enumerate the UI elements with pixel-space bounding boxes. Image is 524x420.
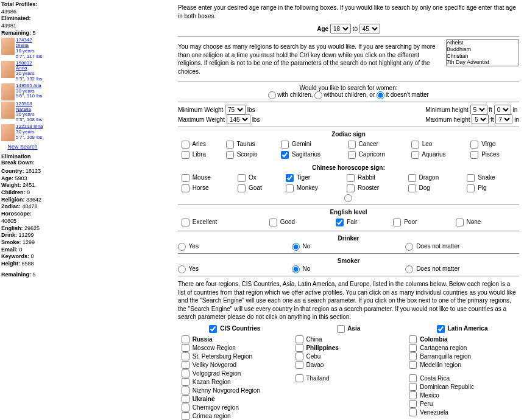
good-checkbox[interactable] <box>269 219 277 226</box>
drinker-no-radio[interactable] <box>292 243 300 251</box>
nizhny-novgorod-region-checkbox[interactable] <box>182 387 189 394</box>
costa-rica-checkbox[interactable] <box>409 374 417 382</box>
religion-select[interactable]: AtheistBuddhismChristian7th Day Adventis… <box>446 39 519 66</box>
philippines-checkbox[interactable] <box>296 344 303 352</box>
ox-checkbox[interactable] <box>238 174 246 182</box>
smoker-dnm-radio[interactable] <box>405 265 413 273</box>
excellent-checkbox[interactable] <box>182 219 189 226</box>
min-weight-select[interactable]: 75 <box>225 105 246 114</box>
religion-select-box: AtheistBuddhismChristian7th Day Adventis… <box>446 39 519 66</box>
cartagena-region-checkbox[interactable] <box>409 344 417 352</box>
virgo-checkbox[interactable] <box>470 141 478 149</box>
snake-checkbox[interactable] <box>467 174 475 182</box>
monkey-checkbox[interactable] <box>286 184 294 192</box>
thailand-checkbox[interactable] <box>296 374 303 382</box>
libra-checkbox[interactable] <box>182 151 189 159</box>
asia-column: Asia China Philippines Cebu Davao Thaila… <box>292 325 406 421</box>
dragon-checkbox[interactable] <box>408 174 416 182</box>
profile-thumb[interactable] <box>1 102 15 119</box>
drinker-yes-radio[interactable] <box>178 243 186 251</box>
to-label: to <box>353 26 358 32</box>
profile-item[interactable]: 122318 Irina30 years5'7", 108 lbs <box>1 124 44 141</box>
smoker-no-radio[interactable] <box>292 265 300 273</box>
rabbit-checkbox[interactable] <box>347 174 355 182</box>
pisces-checkbox[interactable] <box>470 151 478 159</box>
kazan-region-checkbox[interactable] <box>182 378 189 386</box>
volgograd-region-checkbox[interactable] <box>182 369 189 377</box>
min-height-ft-select[interactable]: 5 <box>470 105 487 114</box>
horse-checkbox[interactable] <box>182 184 189 192</box>
pig-checkbox[interactable] <box>467 184 475 192</box>
colombia-checkbox[interactable] <box>409 335 417 343</box>
mexico-checkbox[interactable] <box>409 391 417 399</box>
russia-checkbox[interactable] <box>182 335 189 343</box>
age-to-select[interactable]: 45 <box>359 24 380 33</box>
st-petersburg-region-checkbox[interactable] <box>182 352 189 360</box>
drinker-dnm-radio[interactable] <box>405 243 413 251</box>
breakdown-row: English: 29625 <box>1 225 44 233</box>
veliky-novgorod-checkbox[interactable] <box>182 361 189 369</box>
latin-america-region-checkbox[interactable] <box>437 325 445 333</box>
max-weight-select[interactable]: 145 <box>227 114 250 124</box>
davao-checkbox[interactable] <box>296 361 303 369</box>
profile-item[interactable]: 158632 Anna30 years5'3", 132 lbs <box>1 61 44 82</box>
with-children-radio[interactable] <box>268 91 276 99</box>
gemini-checkbox[interactable] <box>281 141 289 149</box>
doesnt-matter-children-radio[interactable] <box>377 91 384 99</box>
dog-checkbox[interactable] <box>408 184 416 192</box>
max-weight-label: Maximum Weight <box>178 116 225 123</box>
leo-checkbox[interactable] <box>411 141 419 149</box>
profile-item[interactable]: 149535 Alla30 years5'6", 110 lbs <box>1 83 44 100</box>
venezuela-checkbox[interactable] <box>409 408 417 416</box>
cancer-checkbox[interactable] <box>348 141 356 149</box>
ukraine-checkbox[interactable] <box>182 395 189 403</box>
cebu-checkbox[interactable] <box>296 352 303 360</box>
profile-thumb[interactable] <box>1 61 15 78</box>
horoscope-extra-radio[interactable] <box>344 194 352 202</box>
tiger-checkbox[interactable] <box>286 174 294 182</box>
aries-checkbox[interactable] <box>182 141 189 149</box>
rooster-checkbox[interactable] <box>347 184 355 192</box>
goat-checkbox[interactable] <box>238 184 246 192</box>
none-checkbox[interactable] <box>456 219 464 226</box>
profile-thumb[interactable] <box>1 83 15 100</box>
capricorn-checkbox[interactable] <box>348 151 356 159</box>
profile-thumb[interactable] <box>1 38 15 55</box>
drinker-row: Yes No Does not matter <box>178 243 519 251</box>
max-height-ft-select[interactable]: 5 <box>472 114 489 124</box>
peru-checkbox[interactable] <box>409 400 417 408</box>
medellin-region-checkbox[interactable] <box>409 361 417 369</box>
breakdown-row: Country: 18123 <box>1 168 44 175</box>
fair-checkbox[interactable] <box>336 219 344 226</box>
barranquilla-region-checkbox[interactable] <box>409 352 417 360</box>
aquarius-checkbox[interactable] <box>411 151 419 159</box>
profile-item[interactable]: 123508 Natalia30 years5'3", 108 lbs <box>1 102 44 123</box>
chernigov-region-checkbox[interactable] <box>182 404 189 411</box>
moscow-region-checkbox[interactable] <box>182 344 189 352</box>
asia-region-checkbox[interactable] <box>337 325 345 333</box>
cis-countries-region-checkbox[interactable] <box>209 325 217 333</box>
breakdown-row: Email: 0 <box>1 247 44 254</box>
drinker-title: Drinker <box>178 235 519 242</box>
taurus-checkbox[interactable] <box>226 141 234 149</box>
china-checkbox[interactable] <box>296 335 303 343</box>
age-from-select[interactable]: 18 <box>330 24 351 33</box>
profile-item[interactable]: 174342 Diana18 years5'7", 117 lbs <box>1 38 44 59</box>
religion-instructions: You may choose as many religions to sear… <box>178 43 442 75</box>
poor-checkbox[interactable] <box>393 219 401 226</box>
max-height-in-select[interactable]: 7 <box>495 114 512 124</box>
profile-thumb[interactable] <box>1 124 15 141</box>
min-height-in-select[interactable]: 0 <box>494 105 511 114</box>
min-height-label: Minimum height <box>425 107 469 113</box>
crimea-region-checkbox[interactable] <box>182 412 189 420</box>
smoker-yes-radio[interactable] <box>178 265 186 273</box>
without-children-radio[interactable] <box>314 91 322 99</box>
new-search-link[interactable]: New Search <box>1 144 44 150</box>
dominican-republic-checkbox[interactable] <box>409 383 417 391</box>
mouse-checkbox[interactable] <box>182 174 189 182</box>
horoscope-title: Chinese horoscope sign: <box>178 164 519 171</box>
scorpio-checkbox[interactable] <box>226 151 234 159</box>
breakdown-row: Zodiac: 40478 <box>1 203 44 211</box>
sagittarius-checkbox[interactable] <box>281 151 289 159</box>
zodiac-grid: Aries Taurus Gemini Cancer Leo Virgo Lib… <box>178 139 519 161</box>
